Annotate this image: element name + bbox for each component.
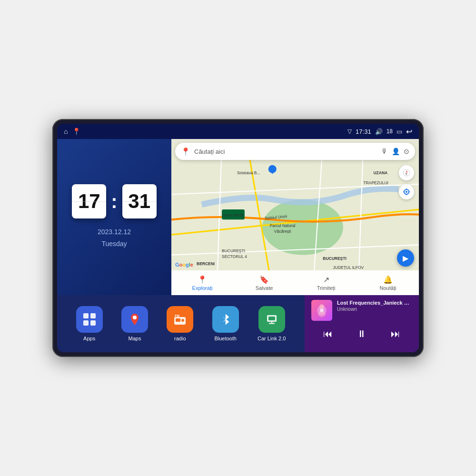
app-radio[interactable]: FM radio <box>167 306 193 341</box>
svg-text:TRAPEZULUI: TRAPEZULUI <box>363 180 388 185</box>
app-carlink[interactable]: Car Link 2.0 <box>258 306 286 341</box>
battery-level: 18 <box>387 128 393 135</box>
compass-icon[interactable] <box>399 165 414 180</box>
svg-text:JUDEȚUL ILFOV: JUDEȚUL ILFOV <box>333 265 364 270</box>
news-label: Noutăți <box>380 285 397 291</box>
clock-colon: : <box>111 192 117 211</box>
music-controls: ⏮ ⏸ ⏭ <box>311 327 412 341</box>
svg-rect-33 <box>83 313 89 318</box>
map-search-text[interactable]: Căutați aici <box>194 148 377 155</box>
music-info: Lost Frequencies_Janieck Devy-... Unknow… <box>337 300 412 312</box>
music-artist: Unknown <box>337 307 412 312</box>
svg-text:Văcărești: Văcărești <box>274 229 291 234</box>
radio-label: radio <box>174 336 186 341</box>
carlink-label: Car Link 2.0 <box>258 336 286 341</box>
map-nav-send[interactable]: ↗ Trimiteți <box>295 275 357 291</box>
location-button[interactable] <box>399 184 414 199</box>
svg-point-50 <box>318 311 326 317</box>
maps-status-icon[interactable]: 📍 <box>72 128 80 135</box>
carlink-icon <box>258 306 285 333</box>
clock-hours: 17 <box>72 184 106 218</box>
radio-icon: FM <box>167 306 193 333</box>
svg-text:BUCUREȘTI: BUCUREȘTI <box>222 248 245 253</box>
app-apps[interactable]: Apps <box>76 306 103 341</box>
clock-date-value: 2023.12.12 <box>98 226 131 238</box>
svg-text:BERCENI: BERCENI <box>197 261 215 266</box>
status-right-icons: ▽ 17:31 🔊 18 ▭ ↩ <box>347 127 412 136</box>
clock-date: 2023.12.12 Tuesday <box>98 226 131 250</box>
navigation-start-button[interactable]: ▶ <box>397 249 414 267</box>
apps-icon <box>76 306 103 333</box>
play-pause-button[interactable]: ⏸ <box>352 327 371 341</box>
map-bottom-nav: 📍 Explorați 🔖 Salvate ↗ Trimiteți 🔔 <box>171 270 419 295</box>
layers-icon[interactable]: ⊙ <box>404 148 409 155</box>
explore-icon: 📍 <box>198 275 207 284</box>
maps-label: Maps <box>129 336 141 341</box>
svg-rect-35 <box>83 320 89 326</box>
top-row: 17 : 31 2023.12.12 Tuesday <box>57 139 419 295</box>
map-nav-saved[interactable]: 🔖 Salvate <box>233 275 295 291</box>
status-time: 17:31 <box>356 128 371 135</box>
google-logo: Google <box>175 262 193 268</box>
mic-icon[interactable]: 🎙 <box>381 148 388 155</box>
back-icon[interactable]: ↩ <box>406 127 412 136</box>
map-nav-news[interactable]: 🔔 Noutăți <box>357 275 419 291</box>
bluetooth-label: Bluetooth <box>214 336 236 341</box>
clock-day-value: Tuesday <box>98 238 131 250</box>
account-icon[interactable]: 👤 <box>392 148 400 155</box>
svg-rect-43 <box>268 317 275 320</box>
svg-text:Soseaua B...: Soseaua B... <box>237 170 260 175</box>
flip-clock: 17 : 31 <box>72 184 156 218</box>
battery-icon: ▭ <box>397 128 402 135</box>
home-icon[interactable]: ⌂ <box>64 128 68 135</box>
status-left-icons: ⌂ 📍 <box>64 128 80 135</box>
explore-label: Explorați <box>192 285 213 291</box>
svg-text:UZANA: UZANA <box>373 170 387 175</box>
send-icon: ↗ <box>323 275 329 284</box>
apps-label: Apps <box>83 336 95 341</box>
saved-icon: 🔖 <box>259 275 269 284</box>
svg-point-49 <box>319 304 324 309</box>
svg-rect-44 <box>269 323 275 324</box>
screen: ⌂ 📍 ▽ 17:31 🔊 18 ▭ ↩ 17 : <box>57 124 419 352</box>
svg-text:Leroy Merlin: Leroy Merlin <box>222 213 244 218</box>
svg-text:BUCUREȘTI: BUCUREȘTI <box>323 256 346 261</box>
svg-text:SECTORUL 4: SECTORUL 4 <box>222 254 247 259</box>
map-pin-icon: 📍 <box>181 147 190 156</box>
send-label: Trimiteți <box>317 285 336 291</box>
map-search-bar[interactable]: 📍 Căutați aici 🎙 👤 ⊙ <box>175 143 415 160</box>
music-title: Lost Frequencies_Janieck Devy-... <box>337 300 412 306</box>
clock-panel: 17 : 31 2023.12.12 Tuesday <box>57 139 171 295</box>
bottom-row: Apps Maps <box>57 295 419 352</box>
signal-icon: ▽ <box>347 128 352 135</box>
map-search-icons: 🎙 👤 ⊙ <box>381 148 409 155</box>
svg-point-40 <box>181 319 185 322</box>
svg-point-28 <box>406 191 407 193</box>
music-top: Lost Frequencies_Janieck Devy-... Unknow… <box>311 300 412 321</box>
app-bluetooth[interactable]: Bluetooth <box>212 306 239 341</box>
news-icon: 🔔 <box>383 275 393 284</box>
map-panel[interactable]: BERCENI BUCUREȘTI JUDEȚUL ILFOV TRAPEZUL… <box>171 139 419 295</box>
volume-icon: 🔊 <box>375 128 383 135</box>
map-nav-explore[interactable]: 📍 Explorați <box>171 275 233 291</box>
prev-button[interactable]: ⏮ <box>318 327 337 341</box>
svg-text:FM: FM <box>175 314 179 317</box>
car-head-unit: ⌂ 📍 ▽ 17:31 🔊 18 ▭ ↩ 17 : <box>52 119 424 357</box>
music-album-art <box>311 300 332 321</box>
main-content: 17 : 31 2023.12.12 Tuesday <box>57 139 419 352</box>
saved-label: Salvate <box>256 285 273 291</box>
svg-text:Parcul Natural: Parcul Natural <box>270 223 296 228</box>
clock-minutes: 31 <box>122 184 157 218</box>
svg-rect-36 <box>90 320 96 326</box>
next-button[interactable]: ⏭ <box>386 327 405 341</box>
svg-rect-39 <box>176 318 180 322</box>
status-bar: ⌂ 📍 ▽ 17:31 🔊 18 ▭ ↩ <box>57 124 419 139</box>
svg-point-37 <box>133 316 137 319</box>
svg-rect-34 <box>90 313 96 318</box>
bluetooth-icon-display <box>212 306 239 333</box>
music-panel: Lost Frequencies_Janieck Devy-... Unknow… <box>305 295 419 352</box>
app-maps[interactable]: Maps <box>121 306 148 341</box>
apps-panel: Apps Maps <box>57 295 305 352</box>
maps-icon <box>121 306 148 333</box>
